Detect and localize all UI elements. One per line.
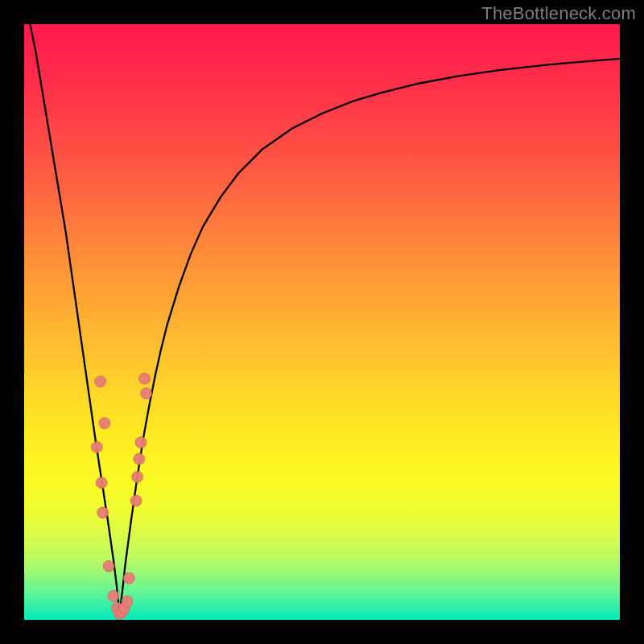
- watermark-text: TheBottleneck.com: [481, 3, 636, 24]
- data-point-pt-r: [138, 373, 150, 384]
- data-point-pt-q: [135, 436, 147, 448]
- data-point-pt-b: [95, 376, 106, 387]
- data-point-pt-s: [141, 388, 152, 399]
- chart-frame: TheBottleneck.com: [0, 0, 644, 644]
- data-point-pt-a: [91, 441, 102, 452]
- data-point-pt-f: [103, 560, 114, 572]
- data-point-pt-g: [108, 590, 119, 601]
- plot-area: [24, 24, 620, 620]
- data-point-pt-c: [96, 477, 107, 489]
- data-point-pt-n: [130, 495, 142, 506]
- chart-svg: [24, 24, 620, 620]
- data-points-group: [91, 373, 151, 619]
- data-point-pt-o: [132, 471, 143, 482]
- data-point-pt-l: [122, 596, 133, 607]
- data-point-pt-d: [97, 507, 109, 518]
- data-point-pt-e: [99, 418, 110, 429]
- data-point-pt-m: [123, 572, 134, 584]
- data-point-pt-p: [134, 453, 145, 464]
- bottleneck-curve: [30, 24, 620, 614]
